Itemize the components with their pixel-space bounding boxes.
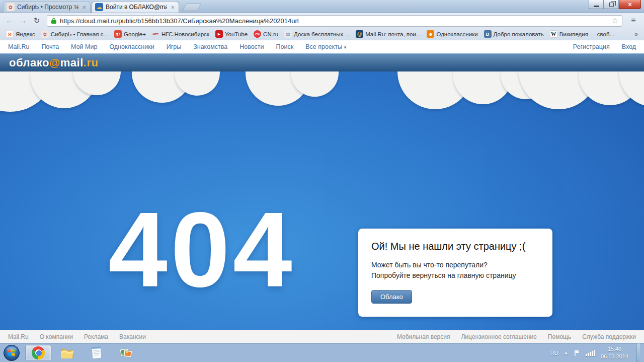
vk-icon: В	[484, 30, 492, 38]
footer-o-kompanii[interactable]: О компании	[40, 333, 73, 340]
close-button[interactable]: ×	[619, 0, 641, 9]
taskbar-explorer-button[interactable]	[54, 345, 80, 361]
bookmark-label: Википедия — своб...	[559, 31, 614, 37]
bookmark-label: CN.ru	[263, 31, 278, 37]
url-text[interactable]: https://cloud.mail.ru/public/b156bb13b30…	[60, 17, 609, 25]
nav-pochta[interactable]: Почта	[41, 43, 59, 50]
taskbar-chrome-button[interactable]	[25, 345, 51, 361]
bookmarks-overflow-button[interactable]: »	[631, 31, 641, 38]
bookmark-youtube[interactable]: ▶YouTube	[212, 29, 251, 39]
bookmark-vk[interactable]: ВДобро пожаловать	[481, 29, 547, 39]
bookmark-star-icon[interactable]: ☆	[612, 16, 618, 25]
wikipedia-icon: W	[550, 30, 557, 38]
close-icon: ×	[628, 1, 632, 8]
bookmark-odnoklassniki[interactable]: ☻Одноклассники	[424, 29, 480, 39]
footer-help[interactable]: Помощь	[548, 333, 571, 340]
back-icon: ←	[6, 16, 14, 25]
cloud-mailru-logo[interactable]: облако@mail.ru	[9, 56, 98, 69]
bookmark-mailru[interactable]: @Mail.Ru: почта, пои...	[353, 29, 424, 39]
nav-mailru[interactable]: Mail.Ru	[8, 43, 29, 50]
notepad-icon	[91, 346, 103, 359]
bookmark-cnru[interactable]: CNCN.ru	[251, 29, 281, 39]
clock-time: 15:46	[601, 345, 628, 352]
tab-cloud-mailru[interactable]: ☁ Войти в ОБЛАКО@mail.r ×	[92, 1, 179, 13]
tab-sibir-forum[interactable]: ✿ СибирЬ • Просмотр тем ×	[3, 1, 91, 13]
bookmark-label: Google+	[124, 31, 146, 37]
taskbar-clock[interactable]: 15:46 06.03.2014	[601, 345, 628, 360]
forward-icon: →	[19, 16, 27, 25]
bookmark-yandex[interactable]: ЯЯндекс	[3, 29, 38, 39]
nav-odnoklassniki[interactable]: Одноклассники	[109, 43, 154, 50]
nav-registration[interactable]: Регистрация	[573, 43, 610, 50]
error-line2: Попробуйте вернуться на главную страницу	[371, 270, 539, 281]
start-button[interactable]	[3, 344, 20, 361]
logo-cloud-text: облако	[9, 56, 49, 69]
browser-toolbar: ← → ↻ https://cloud.mail.ru/public/b156b…	[0, 13, 644, 28]
bookmark-doska[interactable]: ▤Доска бесплатных ...	[281, 29, 353, 39]
footer-reklama[interactable]: Реклама	[84, 333, 108, 340]
site-footer: Mail.Ru О компании Реклама Вакансии Моби…	[0, 330, 644, 343]
bookmark-ngs[interactable]: НГСНГС.Новосибирск	[149, 29, 212, 39]
restore-icon	[609, 3, 614, 7]
desktop: ✿ СибирЬ • Просмотр тем × ☁ Войти в ОБЛА…	[0, 0, 644, 362]
chrome-menu-button[interactable]: ≡	[626, 15, 640, 27]
nav-poisk[interactable]: Поиск	[276, 43, 294, 50]
footer-support[interactable]: Служба поддержки	[582, 333, 636, 340]
bookmark-label: Одноклассники	[436, 31, 477, 37]
error-404-text: 404	[108, 196, 295, 303]
address-bar[interactable]: https://cloud.mail.ru/public/b156bb13b30…	[47, 15, 622, 27]
nav-igry[interactable]: Игры	[167, 43, 181, 50]
cloud-favicon-icon: ☁	[95, 3, 103, 11]
taskbar-notepad-button[interactable]	[84, 345, 110, 361]
tab-title: СибирЬ • Просмотр тем	[17, 4, 78, 11]
youtube-icon: ▶	[215, 30, 223, 38]
nav-login[interactable]: Вход	[622, 43, 636, 50]
close-tab-icon[interactable]: ×	[170, 4, 176, 11]
minimize-button[interactable]	[589, 0, 604, 9]
window-controls: ×	[589, 0, 641, 9]
new-tab-button[interactable]	[182, 4, 201, 11]
reload-icon: ↻	[34, 16, 40, 25]
chevron-down-icon: ▾	[344, 45, 347, 50]
bookmark-wikipedia[interactable]: WВикипедия — своб...	[547, 29, 617, 39]
odnoklassniki-icon: ☻	[427, 30, 434, 38]
footer-mobile-version[interactable]: Мобильная версия	[397, 333, 450, 340]
nav-vse-proekty[interactable]: Все проекты ▾	[305, 43, 346, 50]
bookmark-label: Добро пожаловать	[494, 31, 544, 37]
language-indicator[interactable]: RU	[550, 350, 558, 356]
logo-ru-text: .ru	[84, 56, 99, 69]
network-signal-icon[interactable]	[586, 350, 595, 356]
back-button[interactable]: ←	[4, 15, 16, 27]
ngs-icon: НГС	[152, 30, 159, 38]
error-page-body: 404 Ой! Мы не нашли эту страницу ;( Може…	[0, 71, 644, 330]
footer-vakansii[interactable]: Вакансии	[119, 333, 146, 340]
cnru-icon: CN	[254, 30, 261, 38]
taskbar-photo-viewer-button[interactable]	[113, 345, 139, 361]
error-card: Ой! Мы не нашли эту страницу ;( Может бы…	[358, 229, 552, 317]
close-tab-icon[interactable]: ×	[81, 4, 87, 11]
tab-title: Войти в ОБЛАКО@mail.r	[106, 4, 167, 11]
cloud-home-button[interactable]: Облако	[371, 290, 412, 304]
bookmark-label: Доска бесплатных ...	[294, 31, 350, 37]
bookmark-googleplus[interactable]: g+Google+	[111, 29, 149, 39]
bookmark-label: СибирЬ • Главная с...	[51, 31, 108, 37]
reload-button[interactable]: ↻	[31, 15, 43, 27]
bookmark-sibir[interactable]: ✿СибирЬ • Главная с...	[38, 29, 111, 39]
windows-taskbar: RU ▲ 15:46 06.03.2014	[0, 343, 644, 362]
action-center-flag-icon[interactable]	[574, 349, 580, 356]
footer-license[interactable]: Лицензионное соглашение	[461, 333, 536, 340]
bookmark-label: YouTube	[225, 31, 248, 37]
mailru-at-icon: @	[356, 30, 363, 38]
chrome-icon	[32, 346, 45, 359]
logo-mail-text: mail	[60, 56, 84, 69]
restore-button[interactable]	[604, 0, 619, 9]
nav-novosti[interactable]: Новости	[239, 43, 264, 50]
forward-button[interactable]: →	[17, 15, 29, 27]
forum-favicon-icon: ✿	[7, 3, 15, 11]
show-desktop-button[interactable]	[636, 343, 640, 362]
bookmarks-bar: ЯЯндекс ✿СибирЬ • Главная с... g+Google+…	[0, 28, 644, 40]
nav-moy-mir[interactable]: Мой Мир	[71, 43, 97, 50]
nav-znakomstva[interactable]: Знакомства	[193, 43, 227, 50]
footer-mailru[interactable]: Mail.Ru	[8, 333, 29, 340]
hidden-icons-button[interactable]: ▲	[564, 350, 569, 355]
